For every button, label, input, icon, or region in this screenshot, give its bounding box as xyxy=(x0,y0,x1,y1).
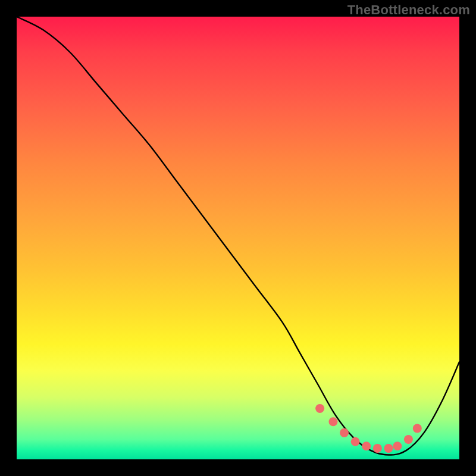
marker-dot xyxy=(393,441,402,450)
chart-frame: TheBottleneck.com xyxy=(0,0,476,476)
marker-dot xyxy=(328,417,337,426)
curve-line xyxy=(17,17,459,455)
marker-dot xyxy=(404,435,413,444)
marker-dot xyxy=(340,428,349,437)
marker-dot xyxy=(351,437,360,446)
marker-dot xyxy=(315,404,324,413)
chart-svg xyxy=(17,17,459,459)
marker-dot xyxy=(413,424,422,433)
curve-markers xyxy=(315,404,422,453)
marker-dot xyxy=(384,444,393,453)
marker-dot xyxy=(373,444,382,453)
marker-dot xyxy=(362,441,371,450)
watermark-text: TheBottleneck.com xyxy=(347,2,470,18)
